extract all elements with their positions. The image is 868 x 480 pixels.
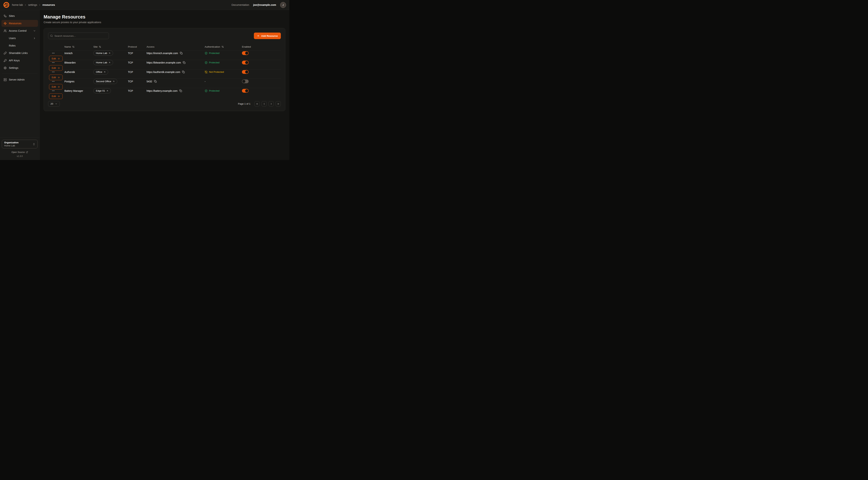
pagination: 20 Page 1 of 1 bbox=[48, 101, 281, 107]
edit-button[interactable]: Edit bbox=[49, 93, 63, 99]
page-size-select[interactable]: 20 bbox=[48, 101, 60, 107]
documentation-link[interactable]: Documentation bbox=[231, 3, 249, 6]
external-link-icon bbox=[26, 151, 28, 153]
server-icon bbox=[4, 78, 7, 81]
row-menu-icon[interactable] bbox=[52, 89, 55, 92]
sidebar-item-label: Access Control bbox=[9, 29, 27, 32]
sidebar-item-label: Server Admin bbox=[9, 78, 25, 81]
resource-name: Immich bbox=[64, 52, 93, 55]
site-link-badge[interactable]: Second Office bbox=[93, 79, 117, 84]
site-link-badge[interactable]: Edge 01 bbox=[93, 88, 111, 93]
sidebar-item-resources[interactable]: Resources bbox=[1, 20, 38, 27]
add-resource-button[interactable]: Add Resource bbox=[254, 33, 281, 39]
edit-button[interactable]: Edit bbox=[49, 84, 63, 90]
resource-name: Battery Manager bbox=[64, 89, 93, 92]
organization-label: Organization bbox=[4, 141, 19, 144]
sidebar-item-api-keys[interactable]: API Keys bbox=[1, 57, 38, 64]
copy-icon[interactable] bbox=[154, 80, 157, 83]
copy-icon[interactable] bbox=[180, 52, 183, 55]
sidebar-item-sites[interactable]: Sites bbox=[1, 12, 38, 19]
arrow-right-icon bbox=[57, 67, 60, 69]
users-icon bbox=[4, 29, 7, 32]
edit-button[interactable]: Edit bbox=[49, 74, 63, 80]
open-source-link[interactable]: Open Source bbox=[2, 151, 38, 153]
next-page-button[interactable] bbox=[269, 101, 274, 107]
sort-icon[interactable] bbox=[221, 46, 224, 48]
chevrons-right-icon bbox=[277, 102, 280, 105]
arrow-right-icon bbox=[57, 76, 60, 79]
sort-icon[interactable] bbox=[99, 46, 101, 48]
site-link-badge[interactable]: Home Lab bbox=[93, 51, 113, 56]
sort-icon[interactable] bbox=[72, 46, 74, 48]
table-row: Battery Manager Edge 01 TCP https://batt… bbox=[48, 88, 281, 97]
sidebar-item-label: Shareable Links bbox=[9, 52, 28, 55]
enabled-toggle[interactable] bbox=[242, 61, 249, 64]
chevron-left-icon bbox=[263, 102, 266, 105]
edit-button[interactable]: Edit bbox=[49, 65, 63, 71]
resource-access-url: https://bitwarden.example.com bbox=[147, 61, 181, 64]
auth-status-text: Protected bbox=[209, 61, 219, 64]
copy-icon[interactable] bbox=[183, 61, 185, 64]
enabled-toggle[interactable] bbox=[242, 80, 249, 83]
breadcrumb-resources[interactable]: resources bbox=[42, 3, 55, 6]
auth-status: Not Protected bbox=[205, 70, 242, 73]
sidebar-item-shareable-links[interactable]: Shareable Links bbox=[1, 50, 38, 57]
key-icon bbox=[4, 59, 7, 62]
resource-protocol: TCP bbox=[128, 89, 147, 92]
enabled-toggle[interactable] bbox=[242, 51, 249, 55]
pangolin-logo-icon[interactable] bbox=[3, 2, 9, 8]
search-input[interactable] bbox=[48, 33, 109, 39]
enabled-toggle[interactable] bbox=[242, 70, 249, 74]
arrow-right-icon bbox=[57, 95, 60, 97]
avatar[interactable]: J bbox=[280, 2, 286, 8]
auth-status: - bbox=[205, 80, 242, 83]
page-title: Manage Resources bbox=[43, 14, 285, 20]
organization-selector[interactable]: Organization Home Lab bbox=[2, 140, 38, 148]
resources-table: Name Site Protocol Access Authentication bbox=[48, 43, 281, 97]
user-email[interactable]: joe@example.com bbox=[253, 3, 276, 6]
resource-name: Bitwarden bbox=[64, 61, 93, 64]
organization-value: Home Lab bbox=[4, 144, 19, 147]
row-menu-icon[interactable] bbox=[52, 52, 55, 55]
table-row: Immich Home Lab TCP https://immich.examp… bbox=[48, 50, 281, 60]
first-page-button[interactable] bbox=[254, 101, 260, 107]
column-header-protocol: Protocol bbox=[128, 46, 137, 48]
copy-icon[interactable] bbox=[182, 70, 185, 73]
sidebar-item-label: Sites bbox=[9, 14, 14, 18]
breadcrumb-org[interactable]: home-lab bbox=[12, 3, 23, 6]
page-info: Page 1 of 1 bbox=[238, 102, 250, 105]
resource-access-url: 5432 bbox=[147, 80, 152, 83]
arrow-up-right-icon bbox=[106, 90, 108, 92]
site-link-badge[interactable]: Home Lab bbox=[93, 60, 113, 65]
enabled-toggle[interactable] bbox=[242, 89, 249, 93]
sidebar-item-roles[interactable]: Roles bbox=[1, 42, 38, 49]
edit-button[interactable]: Edit bbox=[49, 56, 63, 61]
shield-off-icon bbox=[205, 70, 208, 73]
last-page-button[interactable] bbox=[276, 101, 281, 107]
sidebar-item-server-admin[interactable]: Server Admin bbox=[1, 76, 38, 83]
chevron-right-icon bbox=[24, 4, 27, 6]
chevrons-up-down-icon bbox=[33, 143, 35, 146]
resource-protocol: TCP bbox=[128, 61, 147, 64]
auth-status: Protected bbox=[205, 61, 242, 64]
arrow-right-icon bbox=[57, 86, 60, 88]
sidebar-item-settings[interactable]: Settings bbox=[1, 64, 38, 71]
copy-icon[interactable] bbox=[179, 89, 182, 92]
chevron-down-icon bbox=[55, 102, 57, 105]
sidebar-item-access-control[interactable]: Access Control bbox=[1, 27, 38, 34]
chevron-right-icon bbox=[270, 102, 273, 105]
chevron-down-icon bbox=[33, 30, 36, 32]
site-link-badge[interactable]: Office bbox=[93, 69, 108, 74]
sidebar-item-label: API Keys bbox=[9, 59, 20, 62]
resource-access-url: https://immich.example.com bbox=[147, 52, 178, 55]
auth-status-text: Protected bbox=[209, 89, 219, 92]
row-menu-icon[interactable] bbox=[52, 70, 55, 73]
arrow-up-right-icon bbox=[108, 62, 111, 64]
resources-card: Add Resource Name Site P bbox=[43, 28, 285, 111]
row-menu-icon[interactable] bbox=[52, 80, 55, 83]
breadcrumb-settings[interactable]: settings bbox=[28, 3, 37, 6]
sidebar-item-users[interactable]: Users bbox=[1, 35, 38, 41]
row-menu-icon[interactable] bbox=[52, 61, 55, 64]
previous-page-button[interactable] bbox=[261, 101, 267, 107]
shield-check-icon bbox=[205, 89, 208, 92]
